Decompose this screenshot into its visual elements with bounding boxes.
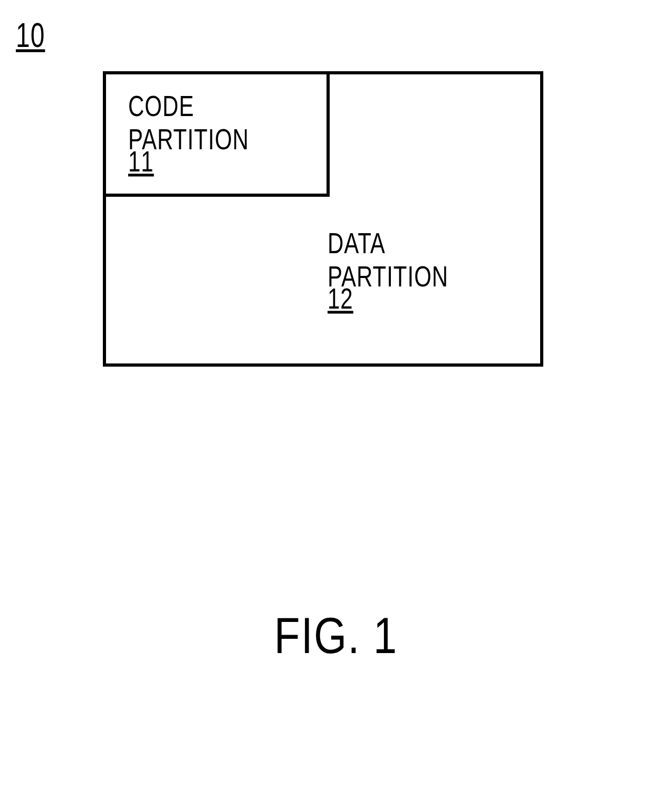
code-partition-label: CODE PARTITION — [128, 90, 311, 157]
code-partition-ref: 11 — [128, 146, 154, 178]
code-partition-box: CODE PARTITION 11 — [103, 71, 330, 197]
code-partition-line1: CODE — [128, 90, 194, 122]
data-partition-line1: DATA — [328, 227, 386, 260]
data-partition-ref: 12 — [328, 283, 353, 315]
data-partition-label-container: DATA PARTITION 12 — [328, 227, 448, 308]
data-partition-box: CODE PARTITION 11 DATA PARTITION 12 — [103, 71, 543, 367]
figure-caption: FIG. 1 — [0, 607, 672, 665]
figure-reference-number: 10 — [16, 16, 45, 55]
